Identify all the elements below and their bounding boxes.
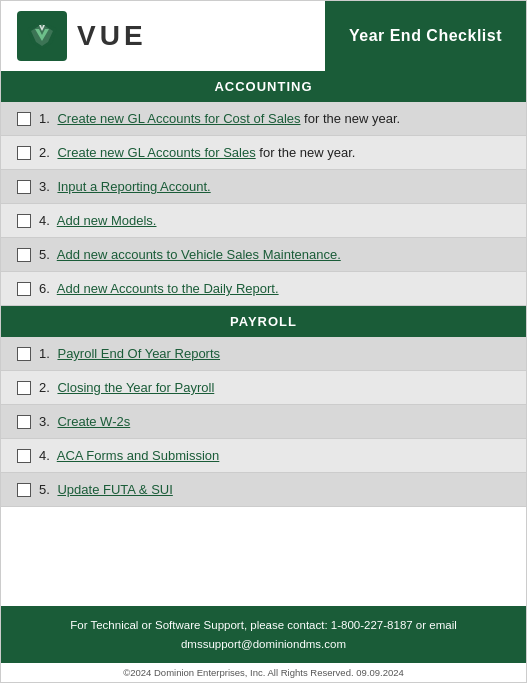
- accounting-item-6: 6. Add new Accounts to the Daily Report.: [1, 272, 526, 306]
- accounting-section-header: ACCOUNTING: [1, 71, 526, 102]
- payroll-item-3: 3. Create W-2s: [1, 405, 526, 439]
- accounting-section: ACCOUNTING 1. Create new GL Accounts for…: [1, 71, 526, 306]
- header-title: Year End Checklist: [349, 27, 502, 45]
- vue-logo-icon: [17, 11, 67, 61]
- link-payroll-2[interactable]: Closing the Year for Payroll: [57, 380, 214, 395]
- payroll-section-header: PAYROLL: [1, 306, 526, 337]
- link-payroll-3[interactable]: Create W-2s: [57, 414, 130, 429]
- payroll-item-1: 1. Payroll End Of Year Reports: [1, 337, 526, 371]
- accounting-item-1: 1. Create new GL Accounts for Cost of Sa…: [1, 102, 526, 136]
- payroll-item-5: 5. Update FUTA & SUI: [1, 473, 526, 507]
- checkbox-accounting-5[interactable]: [17, 248, 31, 262]
- header-logo: VUE: [1, 1, 325, 71]
- accounting-item-3: 3. Input a Reporting Account.: [1, 170, 526, 204]
- logo-text: VUE: [77, 20, 147, 52]
- link-accounting-1[interactable]: Create new GL Accounts for Cost of Sales: [57, 111, 300, 126]
- link-accounting-6[interactable]: Add new Accounts to the Daily Report.: [57, 281, 279, 296]
- link-payroll-1[interactable]: Payroll End Of Year Reports: [57, 346, 220, 361]
- accounting-item-2: 2. Create new GL Accounts for Sales for …: [1, 136, 526, 170]
- checkbox-accounting-6[interactable]: [17, 282, 31, 296]
- page-wrapper: VUE Year End Checklist ACCOUNTING 1. Cre…: [0, 0, 527, 683]
- checkbox-payroll-1[interactable]: [17, 347, 31, 361]
- link-accounting-4[interactable]: Add new Models.: [57, 213, 157, 228]
- header-title-box: Year End Checklist: [325, 1, 526, 71]
- link-accounting-5[interactable]: Add new accounts to Vehicle Sales Mainte…: [57, 247, 341, 262]
- checkbox-accounting-2[interactable]: [17, 146, 31, 160]
- link-payroll-4[interactable]: ACA Forms and Submission: [57, 448, 220, 463]
- checkbox-accounting-1[interactable]: [17, 112, 31, 126]
- support-text: For Technical or Software Support, pleas…: [70, 619, 457, 631]
- checkbox-accounting-3[interactable]: [17, 180, 31, 194]
- accounting-item-4: 4. Add new Models.: [1, 204, 526, 238]
- checkbox-payroll-3[interactable]: [17, 415, 31, 429]
- accounting-item-5: 5. Add new accounts to Vehicle Sales Mai…: [1, 238, 526, 272]
- payroll-item-4: 4. ACA Forms and Submission: [1, 439, 526, 473]
- link-accounting-3[interactable]: Input a Reporting Account.: [57, 179, 210, 194]
- link-payroll-5[interactable]: Update FUTA & SUI: [57, 482, 172, 497]
- copyright-text: ©2024 Dominion Enterprises, Inc. All Rig…: [123, 667, 404, 678]
- link-accounting-2[interactable]: Create new GL Accounts for Sales: [57, 145, 255, 160]
- copyright-footer: ©2024 Dominion Enterprises, Inc. All Rig…: [1, 663, 526, 682]
- checkbox-payroll-5[interactable]: [17, 483, 31, 497]
- checkbox-payroll-2[interactable]: [17, 381, 31, 395]
- payroll-section: PAYROLL 1. Payroll End Of Year Reports 2…: [1, 306, 526, 507]
- support-footer: For Technical or Software Support, pleas…: [1, 606, 526, 663]
- checkbox-accounting-4[interactable]: [17, 214, 31, 228]
- payroll-item-2: 2. Closing the Year for Payroll: [1, 371, 526, 405]
- checkbox-payroll-4[interactable]: [17, 449, 31, 463]
- header: VUE Year End Checklist: [1, 1, 526, 71]
- support-email: dmssupport@dominiondms.com: [181, 638, 346, 650]
